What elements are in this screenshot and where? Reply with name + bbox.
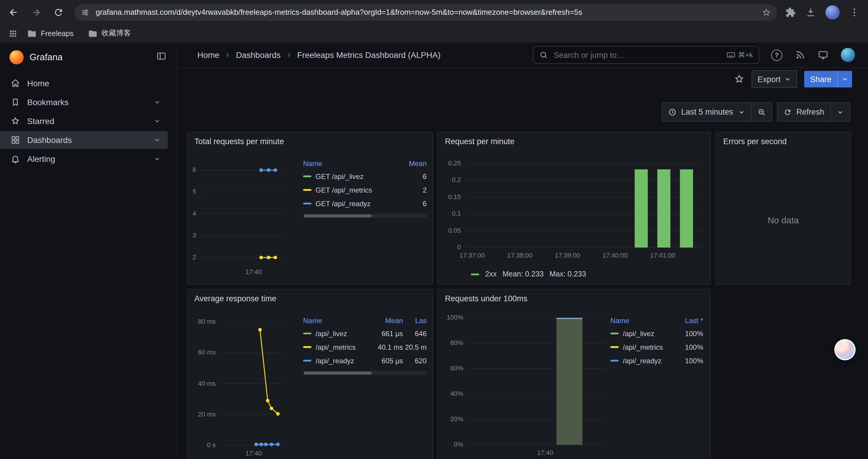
sidebar-item-alerting[interactable]: Alerting <box>0 150 168 168</box>
panel-title[interactable]: Errors per second <box>723 137 787 146</box>
y-axis-tick: 3 <box>193 232 196 239</box>
series-swatch <box>610 360 619 362</box>
legend-scrollbar[interactable] <box>303 214 427 218</box>
browser-menu-icon[interactable] <box>849 7 860 18</box>
dashboards-icon <box>11 135 20 145</box>
legend-col-mean[interactable]: Mean <box>398 159 427 167</box>
legend-row[interactable]: /api/_metrics 100% <box>610 340 703 354</box>
legend-col-name[interactable]: Name <box>303 316 369 325</box>
series-name: /api/_metrics <box>623 343 663 351</box>
favorite-star-icon[interactable] <box>734 74 745 85</box>
forward-icon[interactable] <box>27 3 45 21</box>
avg-response-chart[interactable]: 80 ms60 ms40 ms20 ms0 s17:40 <box>192 312 291 459</box>
dashboard-header: Home Dashboards Freeleaps Metrics Dashbo… <box>177 42 868 68</box>
series-mean: 661 μs <box>369 329 403 338</box>
legend-row[interactable]: GET /api/_livez 6 <box>303 169 427 183</box>
series-name: 2xx <box>485 270 497 278</box>
assistant-avatar[interactable] <box>834 339 856 360</box>
y-axis-tick: 0.15 <box>448 193 461 200</box>
series-swatch <box>303 346 311 348</box>
sidebar-nav: Home Bookmarks Starred Dashboards Alerti… <box>0 73 176 169</box>
share-button[interactable]: Share <box>804 71 852 88</box>
brand-name: Grafana <box>30 52 63 63</box>
breadcrumb-current: Freeleaps Metrics Dashboard (ALPHA) <box>297 50 441 60</box>
bookmark-freeleaps[interactable]: Freeleaps <box>23 26 78 40</box>
folder-icon <box>27 29 37 38</box>
chevron-down-icon[interactable] <box>154 118 161 125</box>
refresh-interval-caret[interactable] <box>831 103 850 121</box>
legend-row[interactable]: /api/_readyz 605 μs 620 <box>303 354 427 367</box>
chevron-down-icon <box>841 76 848 83</box>
user-avatar[interactable] <box>841 48 855 62</box>
legend-row[interactable]: /api/_metrics 40.1 ms 20.5 m <box>303 340 427 354</box>
bookmark-blog[interactable]: 收藏博客 <box>83 26 135 41</box>
help-icon[interactable]: ? <box>771 49 782 61</box>
refresh-button[interactable]: Refresh <box>777 103 830 121</box>
time-range-picker[interactable]: Last 5 minutes <box>662 103 751 121</box>
apps-grid-icon[interactable] <box>8 29 18 38</box>
series-name: GET /api/_metrics <box>315 186 372 194</box>
legend[interactable]: 2xx Mean: 0.233 Max: 0.233 <box>471 270 586 278</box>
reload-icon[interactable] <box>50 3 67 21</box>
share-menu-caret[interactable] <box>837 71 852 88</box>
y-axis-tick: 100% <box>447 314 463 321</box>
star-icon <box>11 117 20 126</box>
alerting-bell-icon <box>11 154 20 164</box>
panel-title[interactable]: Requests under 100ms <box>445 294 527 303</box>
under-100ms-chart[interactable]: 100%80%60%40%20%0%17:40 <box>442 312 620 459</box>
search-input[interactable]: ⌘+k <box>533 46 759 64</box>
breadcrumb-home[interactable]: Home <box>197 50 219 60</box>
chevron-down-icon[interactable] <box>154 99 161 106</box>
sidebar-item-dashboards[interactable]: Dashboards <box>0 131 168 149</box>
search-shortcut: ⌘+k <box>738 51 753 59</box>
no-data-message: No data <box>716 215 850 225</box>
browser-profile-avatar[interactable] <box>826 5 840 19</box>
zoom-out-button[interactable] <box>751 103 771 121</box>
time-controls: Last 5 minutes Refresh <box>662 102 850 122</box>
site-info-icon[interactable] <box>80 7 90 17</box>
legend-col-name[interactable]: Name <box>610 316 675 325</box>
time-range-label: Last 5 minutes <box>681 107 733 117</box>
panel-title[interactable]: Request per minute <box>445 137 515 146</box>
legend-table: Name Mean Las /api/_livez 661 μs 646 /ap… <box>303 314 427 375</box>
legend-row[interactable]: /api/_livez 100% <box>610 327 703 340</box>
news-rss-icon[interactable] <box>795 50 805 60</box>
sidebar-item-home[interactable]: Home <box>0 74 168 92</box>
sidebar-item-bookmarks[interactable]: Bookmarks <box>0 93 168 111</box>
extensions-icon[interactable] <box>785 7 796 18</box>
chevron-down-icon <box>738 108 745 116</box>
panel-title[interactable]: Total requests per minute <box>194 137 284 146</box>
back-icon[interactable] <box>5 3 23 21</box>
legend-col-name[interactable]: Name <box>303 159 398 167</box>
bookmark-star-icon[interactable] <box>762 7 771 17</box>
export-button[interactable]: Export <box>752 70 797 88</box>
y-axis-tick: 80 ms <box>198 318 216 325</box>
omnibox[interactable] <box>74 4 777 21</box>
y-axis-tick: 0.25 <box>448 160 461 167</box>
legend-row[interactable]: /api/_livez 661 μs 646 <box>303 327 427 340</box>
search-field[interactable] <box>553 50 726 60</box>
sidebar-item-label: Alerting <box>27 154 55 164</box>
chevron-down-icon[interactable] <box>154 136 161 143</box>
chevron-down-icon[interactable] <box>154 155 161 162</box>
url-input[interactable] <box>95 7 757 17</box>
panel-title[interactable]: Average response time <box>194 294 276 303</box>
breadcrumb-dashboards[interactable]: Dashboards <box>236 50 281 60</box>
legend-row[interactable]: GET /api/_metrics 2 <box>303 183 427 197</box>
legend-col-last[interactable]: Last * <box>675 316 703 325</box>
dock-sidebar-icon[interactable] <box>156 51 167 61</box>
total-requests-chart[interactable]: 6543217:40 <box>192 155 294 276</box>
grafana-logo[interactable] <box>9 50 24 64</box>
monitor-icon[interactable] <box>818 50 829 60</box>
request-per-minute-chart[interactable]: 0.250.20.150.10.05017:37:0017:38:0017:39… <box>442 155 707 264</box>
chart-canvas <box>192 155 294 276</box>
legend-col-last[interactable]: Las <box>403 316 427 325</box>
y-axis-tick: 6 <box>193 166 196 173</box>
legend-col-mean[interactable]: Mean <box>369 316 403 325</box>
download-icon[interactable] <box>805 7 816 18</box>
sidebar-item-starred[interactable]: Starred <box>0 112 168 130</box>
legend-row[interactable]: /api/_readyz 100% <box>610 354 703 367</box>
x-axis-tick: 17:40 <box>246 268 262 275</box>
legend-row[interactable]: GET /api/_readyz 6 <box>303 197 427 210</box>
legend-scrollbar[interactable] <box>303 371 427 375</box>
